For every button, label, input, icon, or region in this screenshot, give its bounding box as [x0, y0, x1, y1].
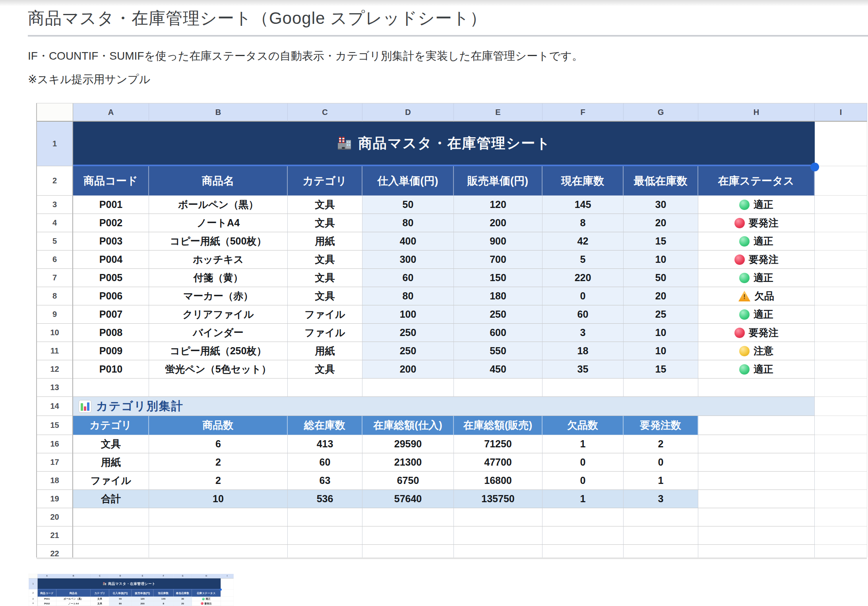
row-number-19: 19	[37, 490, 73, 508]
cell-stock-P010: 35	[542, 360, 624, 379]
product-header-7: 在庫ステータス	[698, 166, 815, 196]
cell-status-P003: 適正	[698, 232, 815, 251]
row-number-4: 4	[37, 214, 73, 232]
total-cell-2: 536	[288, 490, 362, 508]
title-divider	[28, 35, 868, 37]
status-label: 要発注	[749, 216, 779, 229]
cell-price-P007: 250	[454, 305, 542, 324]
cell-code-P001: P001	[73, 196, 149, 214]
cell-I9	[815, 305, 867, 324]
summary-cell-18-3: 6750	[362, 472, 454, 490]
cell-stock-P006: 0	[542, 287, 624, 305]
cell-category-P007: ファイル	[288, 305, 362, 324]
cell-I4	[815, 214, 867, 232]
total-cell-0: 合計	[73, 490, 149, 508]
summary-cell-16-0: 文具	[73, 435, 149, 453]
cell-status-P005: 適正	[698, 269, 815, 287]
cell-empty-21-8	[698, 526, 815, 545]
summary-header-5: 欠品数	[542, 416, 624, 435]
status-label: 適正	[754, 363, 773, 376]
cell-empty-22-1	[73, 545, 149, 557]
summary-cell-17-6: 0	[624, 453, 698, 472]
cell-empty-21-5	[454, 526, 542, 545]
cell-name-P007: クリアファイル	[149, 305, 288, 324]
selection-dot	[810, 163, 819, 171]
summary-cell-18-4: 16800	[454, 472, 542, 490]
cell-empty-20-2	[149, 508, 288, 526]
status-label: 要発注	[749, 326, 779, 339]
cell-stock-P001: 145	[542, 196, 624, 214]
summary-cell-17-4: 47700	[454, 453, 542, 472]
summary-cell-17-2: 60	[288, 453, 362, 472]
cell-I13	[815, 379, 867, 397]
summary-cell-18-5: 0	[542, 472, 624, 490]
cell-code-P008: P008	[73, 324, 149, 342]
sheet-title-cell: 商品マスタ・在庫管理シート	[73, 122, 815, 166]
spreadsheet-thumbnail[interactable]: ABCDEFGHI1商品マスタ・在庫管理シート2商品コード商品名カテゴリ仕入単価…	[29, 574, 234, 606]
summary-cell-17-5: 0	[542, 453, 624, 472]
cell-code-P002: P002	[73, 214, 149, 232]
cell-min-P009: 10	[624, 342, 698, 360]
cell-H15	[698, 416, 815, 435]
summary-cell-16-3: 29590	[362, 435, 454, 453]
row-number-13: 13	[37, 379, 73, 397]
cell-name-P006: マーカー（赤）	[149, 287, 288, 305]
cell-stock-P007: 60	[542, 305, 624, 324]
row-number-12: 12	[37, 360, 73, 379]
summary-cell-16-6: 2	[624, 435, 698, 453]
cell-stock-P004: 5	[542, 251, 624, 269]
cell-empty-20-3	[288, 508, 362, 526]
cell-empty-20-8	[698, 508, 815, 526]
cell-code-P007: P007	[73, 305, 149, 324]
cell-empty-21-1	[73, 526, 149, 545]
cell-min-P007: 25	[624, 305, 698, 324]
green-circle-icon	[739, 273, 750, 283]
row-number-5: 5	[37, 232, 73, 251]
summary-header-1: 商品数	[149, 416, 288, 435]
cell-code-P009: P009	[73, 342, 149, 360]
red-circle-icon	[734, 218, 745, 228]
total-cell-4: 135750	[454, 490, 542, 508]
cell-status-P006: 欠品	[698, 287, 815, 305]
green-circle-icon	[739, 364, 750, 375]
spreadsheet-image[interactable]: ABCDEFGHI1商品マスタ・在庫管理シート2商品コード商品名カテゴリ仕入単価…	[36, 103, 867, 557]
row-number-15: 15	[37, 416, 73, 435]
row-number-14: 14	[37, 397, 73, 416]
cell-cost-P009: 250	[362, 342, 454, 360]
status-label: 注意	[754, 344, 773, 357]
cell-I21	[815, 526, 867, 545]
page-title: 商品マスタ・在庫管理シート（Google スプレッドシート）	[28, 7, 487, 29]
cell-empty-13-1	[73, 379, 149, 397]
summary-cell-17-0: 用紙	[73, 453, 149, 472]
summary-header-0: カテゴリ	[73, 416, 149, 435]
row-number-17: 17	[37, 453, 73, 472]
cell-min-P010: 15	[624, 360, 698, 379]
sheet-title: 商品マスタ・在庫管理シート	[358, 134, 551, 153]
cell-H19	[698, 490, 815, 508]
product-header-0: 商品コード	[73, 166, 149, 196]
cell-code-P010: P010	[73, 360, 149, 379]
row-number-16: 16	[37, 435, 73, 453]
cell-empty-22-8	[698, 545, 815, 557]
cell-name-P010: 蛍光ペン（5色セット）	[149, 360, 288, 379]
cell-name-P003: コピー用紙（500枚）	[149, 232, 288, 251]
product-header-1: 商品名	[149, 166, 288, 196]
summary-cell-17-1: 2	[149, 453, 288, 472]
cell-empty-13-8	[698, 379, 815, 397]
cell-I8	[815, 287, 867, 305]
summary-header-4: 在庫総額(販売)	[454, 416, 542, 435]
cell-empty-20-6	[542, 508, 624, 526]
cell-price-P005: 150	[454, 269, 542, 287]
cell-H17	[698, 453, 815, 472]
row-number-2: 2	[37, 166, 73, 196]
cell-min-P006: 20	[624, 287, 698, 305]
cell-cost-P007: 100	[362, 305, 454, 324]
cell-cost-P002: 80	[362, 214, 454, 232]
total-cell-3: 57640	[362, 490, 454, 508]
cell-name-P001: ボールペン（黒）	[149, 196, 288, 214]
yellow-circle-icon	[739, 346, 750, 356]
cell-status-P008: 要発注	[698, 324, 815, 342]
column-header-G: G	[624, 103, 698, 122]
cell-category-P004: 文具	[288, 251, 362, 269]
cell-category-P001: 文具	[288, 196, 362, 214]
